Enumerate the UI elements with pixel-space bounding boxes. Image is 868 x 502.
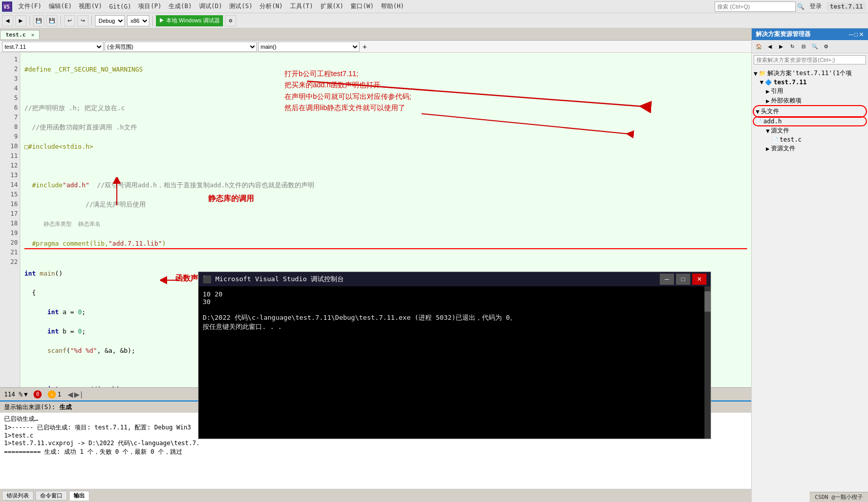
console-minimize-btn[interactable]: ─ [660, 274, 674, 285]
tab-test-c[interactable]: test.c ✕ [0, 30, 40, 39]
tree-label: 资源文件 [771, 144, 795, 153]
tree-external-deps[interactable]: ▶ 外部依赖项 [754, 96, 866, 106]
se-collapse-btn[interactable]: ⊟ [798, 42, 809, 52]
menu-bar: VS 文件(F) 编辑(E) 视图(V) Git(G) 项目(P) 生成(B) … [0, 0, 868, 13]
console-scrollbar-thumb[interactable] [704, 291, 711, 312]
sep3 [91, 16, 92, 26]
login-button[interactable]: 登录 [810, 2, 822, 11]
tab-output[interactable]: 输出 [69, 491, 89, 500]
redo-btn[interactable]: ↪ [77, 15, 88, 26]
search-area: 🔍 [715, 2, 805, 12]
tab-test-c-label: test.c [6, 31, 26, 38]
tree-label: add.h [763, 118, 782, 125]
menu-analyze[interactable]: 分析(N) [256, 1, 286, 12]
save-all-btn[interactable]: 💾 [46, 15, 57, 26]
redo-fwd-btn[interactable]: ▶ [15, 15, 26, 26]
tree-label: 源文件 [771, 126, 789, 135]
menu-git[interactable]: Git(G) [106, 2, 134, 11]
run-button[interactable]: ▶ 本地 Windows 调试器 [156, 15, 223, 26]
console-title-label: Microsoft Visual Studio 调试控制台 [215, 275, 344, 284]
code-nav: test.7.11 (全局范围) main() + [0, 41, 751, 53]
solution-explorer-title: 解决方案资源管理器 [756, 30, 811, 39]
se-filter-btn[interactable]: 🔍 [810, 42, 820, 52]
testc-icon: 📄 [772, 137, 778, 143]
nav-fwd-btn[interactable]: ▶ [74, 390, 80, 398]
nav-back-btn[interactable]: ◀ [68, 390, 73, 398]
menu-extensions[interactable]: 扩展(X) [317, 1, 347, 12]
tree-source-files[interactable]: ▼ 源文件 [754, 126, 866, 136]
zoom-dropdown-icon[interactable]: ▼ [24, 391, 27, 398]
output-source-label: 显示输出来源(S): [4, 403, 55, 412]
solution-label: 解决方案'test.7.11'(1个项 [767, 69, 852, 78]
minimize-icon[interactable]: ─ [849, 31, 853, 38]
tab-command[interactable]: 命令窗口 [36, 491, 67, 500]
func-selector[interactable]: main() [258, 42, 360, 52]
svg-text:VS: VS [4, 4, 10, 10]
tree-header-files[interactable]: ▼ 头文件 [754, 106, 866, 117]
tree-label: 头文件 [761, 107, 779, 116]
menu-debug[interactable]: 调试(D) [196, 1, 226, 12]
line-numbers: 12345 678910 1112131415 1617181920 2122 [0, 53, 20, 387]
tab-error-list[interactable]: 错误列表 [2, 491, 34, 500]
error-indicator: 0 [34, 390, 42, 398]
tree-test-c[interactable]: 📄 test.c [754, 136, 866, 144]
tree-resource-files[interactable]: ▶ 资源文件 [754, 144, 866, 153]
se-search-input[interactable] [754, 56, 865, 64]
solution-explorer-toolbar: 🏠 ◀ ▶ ↻ ⊟ 🔍 ⚙ [752, 40, 868, 53]
tab-bar: test.c ✕ [0, 28, 751, 41]
undo-back-btn[interactable]: ◀ [2, 15, 13, 26]
menu-view[interactable]: 视图(V) [76, 1, 105, 12]
menu-build[interactable]: 生成(B) [166, 1, 195, 12]
ext-expand-icon: ▶ [766, 97, 769, 105]
res-expand-icon: ▶ [766, 145, 769, 152]
save-btn[interactable]: 💾 [33, 15, 44, 26]
menu-test[interactable]: 测试(S) [226, 1, 255, 12]
debug-config-select[interactable]: Debug [95, 15, 125, 26]
nav-arrows: ◀ ▶ | [68, 390, 83, 398]
menu-tools[interactable]: 工具(T) [287, 1, 316, 12]
menu-edit[interactable]: 编辑(E) [46, 1, 75, 12]
output-source-value: 生成 [59, 403, 72, 412]
console-controls: ─ □ ✕ [660, 274, 706, 285]
ref-expand-icon: ▶ [766, 88, 769, 95]
se-back-btn[interactable]: ◀ [765, 42, 775, 52]
float-icon[interactable]: □ [854, 31, 858, 38]
solution-root[interactable]: ▼ 📁 解决方案'test.7.11'(1个项 [754, 69, 866, 78]
tree-references[interactable]: ▶ 引用 [754, 86, 866, 96]
toolbar-extra1[interactable]: ⚙ [225, 15, 236, 26]
project-icon: 🔷 [765, 79, 772, 86]
menu-help[interactable]: 帮助(H) [378, 1, 407, 12]
console-maximize-btn[interactable]: □ [676, 274, 690, 285]
console-icon: ⬛ [203, 275, 211, 283]
project-label: test.7.11 [774, 79, 807, 86]
add-file-btn[interactable]: + [363, 43, 367, 51]
file-selector[interactable]: test.7.11 [2, 42, 104, 52]
close-icon[interactable]: ✕ [859, 31, 864, 38]
output-line-4: 1>test.7.11.vcxproj -> D:\2022 代码\c-lang… [4, 439, 747, 448]
solution-tree: ▼ 📁 解决方案'test.7.11'(1个项 ▼ 🔷 test.7.11 ▶ … [752, 66, 868, 502]
undo-btn[interactable]: ↩ [64, 15, 75, 26]
sep1 [29, 16, 30, 26]
arch-select[interactable]: x86 [127, 15, 149, 26]
close-tab-icon[interactable]: ✕ [31, 32, 34, 38]
sep2 [60, 16, 61, 26]
search-input[interactable] [715, 2, 796, 12]
se-fwd-btn[interactable]: ▶ [776, 42, 786, 52]
console-close-btn[interactable]: ✕ [692, 274, 706, 285]
csdn-label: CSDN @一颗小楔子 [815, 494, 863, 500]
output-line-5: ========== 生成: 成功 1 个，失败 0 个，最新 0 个，跳过 [4, 448, 747, 456]
scope-selector[interactable]: (全局范围) [105, 42, 257, 52]
project-root[interactable]: ▼ 🔷 test.7.11 [754, 78, 866, 86]
console-scrollbar[interactable] [704, 286, 711, 439]
se-refresh-btn[interactable]: ↻ [787, 42, 797, 52]
menu-file[interactable]: 文件(F) [15, 1, 45, 12]
se-settings-btn[interactable]: ⚙ [821, 42, 831, 52]
header-controls: ─ □ ✕ [849, 31, 864, 38]
console-titlebar: ⬛ Microsoft Visual Studio 调试控制台 ─ □ ✕ [199, 272, 711, 286]
tree-add-h[interactable]: 📄 add.h [754, 117, 866, 125]
menu-project[interactable]: 项目(P) [135, 1, 165, 12]
search-icon: 🔍 [797, 3, 805, 10]
se-home-btn[interactable]: 🏠 [754, 42, 764, 52]
menu-window[interactable]: 窗口(W) [347, 1, 377, 12]
nav-extra-btn[interactable]: | [81, 390, 83, 398]
